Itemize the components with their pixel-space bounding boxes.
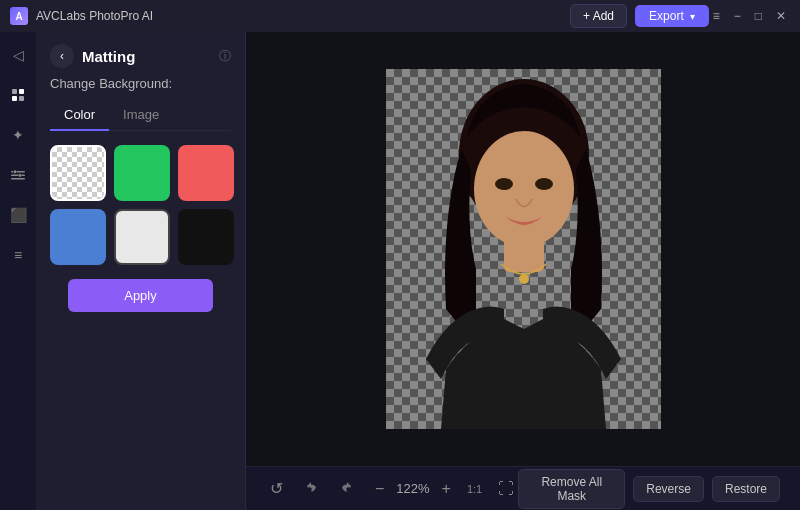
svg-point-10 xyxy=(19,174,22,177)
svg-rect-13 xyxy=(504,237,544,272)
window-controls: ≡ − □ ✕ xyxy=(709,7,790,25)
svg-rect-3 xyxy=(19,96,24,101)
color-swatch-green[interactable] xyxy=(114,145,170,201)
color-swatch-transparent[interactable] xyxy=(50,145,106,201)
panel-title: Matting xyxy=(82,48,211,65)
reverse-button[interactable]: Reverse xyxy=(633,476,704,502)
apply-label: Apply xyxy=(124,288,157,303)
tab-image-label: Image xyxy=(123,107,159,122)
zoom-reset-button[interactable]: 1:1 xyxy=(463,481,486,497)
export-label: Export xyxy=(649,9,684,23)
color-swatch-red[interactable] xyxy=(178,145,234,201)
add-label: + Add xyxy=(583,9,614,23)
canvas-area: ↺ − 122% + 1:1 ⛶ xyxy=(246,32,800,510)
svg-rect-1 xyxy=(19,89,24,94)
change-bg-label: Change Background: xyxy=(50,76,231,91)
menu-icon[interactable]: ≡ xyxy=(709,7,724,25)
restore-label: Restore xyxy=(725,482,767,496)
svg-rect-0 xyxy=(12,89,17,94)
icon-sidebar: ◁ ✦ ⬛ ≡ xyxy=(0,32,36,510)
main-layout: ◁ ✦ ⬛ ≡ ‹ xyxy=(0,32,800,510)
remove-all-mask-button[interactable]: Remove All Mask xyxy=(518,469,625,509)
svg-point-15 xyxy=(495,178,513,190)
app-title: AVCLabs PhotoPro AI xyxy=(36,9,570,23)
canvas-viewport xyxy=(246,32,800,466)
color-swatch-blue[interactable] xyxy=(50,209,106,265)
minimize-button[interactable]: − xyxy=(730,7,745,25)
sidebar-item-adjust[interactable] xyxy=(5,162,31,188)
svg-point-16 xyxy=(535,178,553,190)
fullscreen-button[interactable]: ⛶ xyxy=(494,476,518,502)
sidebar-item-sliders[interactable]: ≡ xyxy=(5,242,31,268)
color-image-tabs: Color Image xyxy=(50,101,231,131)
tab-color[interactable]: Color xyxy=(50,101,109,130)
color-swatch-white[interactable] xyxy=(114,209,170,265)
export-arrow-icon: ▾ xyxy=(690,11,695,22)
svg-rect-2 xyxy=(12,96,17,101)
sidebar-item-back[interactable]: ◁ xyxy=(5,42,31,68)
panel-header: ‹ Matting ⓘ xyxy=(36,32,245,76)
panel-content: Change Background: Color Image xyxy=(36,76,245,510)
rotate-left-button[interactable]: ↺ xyxy=(266,475,287,502)
sidebar-item-matting[interactable] xyxy=(5,82,31,108)
export-button[interactable]: Export ▾ xyxy=(635,5,709,27)
back-arrow-icon: ‹ xyxy=(60,49,64,63)
redo-button[interactable] xyxy=(335,475,359,503)
panel-info-icon[interactable]: ⓘ xyxy=(219,48,231,65)
toolbar-right: Remove All Mask Reverse Restore xyxy=(518,469,780,509)
color-grid xyxy=(50,145,231,265)
svg-point-8 xyxy=(14,170,17,173)
canvas-toolbar: ↺ − 122% + 1:1 ⛶ xyxy=(246,466,800,510)
zoom-level: 122% xyxy=(396,481,429,496)
color-swatch-black[interactable] xyxy=(178,209,234,265)
remove-all-mask-label: Remove All Mask xyxy=(541,475,602,503)
zoom-controls: − 122% + 1:1 ⛶ xyxy=(371,476,518,502)
maximize-button[interactable]: □ xyxy=(751,7,766,25)
undo-button[interactable] xyxy=(299,475,323,503)
person-preview xyxy=(386,69,661,429)
zoom-in-button[interactable]: + xyxy=(438,478,455,500)
svg-rect-6 xyxy=(11,178,25,180)
tab-color-label: Color xyxy=(64,107,95,122)
panel-back-button[interactable]: ‹ xyxy=(50,44,74,68)
zoom-out-button[interactable]: − xyxy=(371,478,388,500)
app-logo: A xyxy=(10,7,28,25)
toolbar-left: ↺ − 122% + 1:1 ⛶ xyxy=(266,475,518,503)
sidebar-item-stamp[interactable]: ⬛ xyxy=(5,202,31,228)
add-button[interactable]: + Add xyxy=(570,4,627,28)
title-bar: A AVCLabs PhotoPro AI + Add Export ▾ ≡ −… xyxy=(0,0,800,32)
reverse-label: Reverse xyxy=(646,482,691,496)
svg-point-12 xyxy=(474,131,574,247)
close-button[interactable]: ✕ xyxy=(772,7,790,25)
control-panel: ‹ Matting ⓘ Change Background: Color Ima… xyxy=(36,32,246,510)
tab-image[interactable]: Image xyxy=(109,101,173,130)
apply-button[interactable]: Apply xyxy=(68,279,213,312)
svg-point-14 xyxy=(519,274,529,284)
sidebar-item-retouch[interactable]: ✦ xyxy=(5,122,31,148)
restore-button[interactable]: Restore xyxy=(712,476,780,502)
preview-container xyxy=(386,69,661,429)
